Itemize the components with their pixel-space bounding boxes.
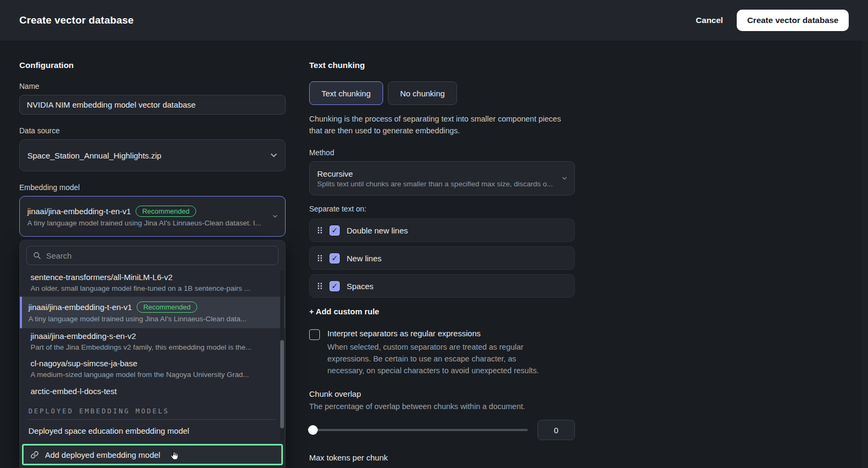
drag-handle-icon[interactable] [317, 254, 323, 262]
method-label: Method [309, 148, 575, 157]
deployed-models-section-header: DEPLOYED EMBEDDING MODELS [20, 399, 285, 419]
regex-description: When selected, custom separators are tre… [327, 341, 542, 376]
chevron-down-icon [269, 150, 279, 160]
recommended-badge: Recommended [136, 206, 196, 217]
header-actions: Cancel Create vector database [696, 10, 849, 31]
cursor-icon [168, 450, 179, 463]
add-deployed-embedding-model-button[interactable]: Add deployed embedding model [22, 444, 283, 465]
drag-handle-icon[interactable] [317, 282, 323, 290]
data-source-select[interactable]: Space_Station_Annual_Highlights.zip [19, 139, 286, 171]
method-description: Splits text until chunks are smaller tha… [317, 180, 553, 188]
model-option[interactable]: cl-nagoya/sup-simcse-ja-base A medium-si… [20, 356, 285, 383]
chunk-overlap-slider[interactable] [309, 425, 528, 435]
text-chunking-heading: Text chunking [309, 41, 575, 70]
create-vector-database-page: Create vector database Cancel Create vec… [0, 0, 868, 468]
text-chunking-column: Text chunking Text chunking No chunking … [309, 41, 575, 468]
check-icon: ✓ [332, 282, 338, 290]
embedding-model-selected: jinaai/jina-embedding-t-en-v1 Recommende… [27, 206, 196, 217]
page-header: Create vector database Cancel Create vec… [0, 0, 868, 41]
rule-checkbox[interactable]: ✓ [330, 281, 340, 291]
configuration-column: Configuration Name Data source Space_Sta… [19, 41, 286, 468]
model-option[interactable]: arctic-embed-l-docs-test [20, 383, 285, 399]
method-select[interactable]: Recursive Splits text until chunks are s… [309, 161, 575, 195]
rule-checkbox[interactable]: ✓ [330, 225, 340, 236]
chevron-down-icon [561, 175, 568, 182]
chunk-overlap-description: The percentage of overlap between chunks… [309, 401, 575, 412]
data-source-value: Space_Station_Annual_Highlights.zip [27, 151, 161, 160]
regex-label: Interpret separators as regular expressi… [327, 329, 542, 338]
tab-text-chunking[interactable]: Text chunking [309, 81, 383, 105]
chunk-overlap-input[interactable] [537, 420, 575, 440]
slider-track [309, 429, 528, 431]
dropdown-search[interactable] [26, 246, 279, 265]
chunking-description: Chunking is the process of separating te… [309, 113, 565, 137]
rule-row-double-new-lines: ✓ Double new lines [309, 218, 575, 242]
chevron-down-icon [272, 213, 279, 220]
name-input[interactable] [19, 95, 286, 115]
embedding-model-label: Embedding model [19, 183, 286, 192]
search-input[interactable] [46, 251, 272, 260]
tab-no-chunking[interactable]: No chunking [388, 81, 457, 105]
deployed-model-option[interactable]: Deployed space education embedding model [20, 420, 285, 442]
page-title: Create vector database [19, 14, 134, 26]
slider-thumb[interactable] [308, 425, 318, 435]
rule-checkbox[interactable]: ✓ [330, 253, 340, 263]
link-icon [30, 450, 39, 459]
model-option[interactable]: sentence-transformers/all-MiniLM-L6-v2 A… [20, 269, 285, 297]
data-source-label: Data source [19, 126, 286, 135]
model-option[interactable]: jinaai/jina-embedding-s-en-v2 Part of th… [20, 328, 285, 356]
rule-row-new-lines: ✓ New lines [309, 246, 575, 270]
rule-row-spaces: ✓ Spaces [309, 274, 575, 298]
separate-text-label: Separate text on: [309, 205, 575, 213]
check-icon: ✓ [332, 227, 338, 234]
chunking-mode-tabs: Text chunking No chunking [309, 81, 575, 105]
model-option-selected[interactable]: jinaai/jina-embedding-t-en-v1 Recommende… [20, 297, 285, 328]
embedding-model-value: jinaai/jina-embedding-t-en-v1 [27, 207, 131, 216]
chunk-overlap-label: Chunk overlap [309, 389, 575, 398]
add-custom-rule-button[interactable]: + Add custom rule [309, 307, 379, 316]
chunk-overlap-control [309, 420, 575, 440]
recommended-badge: Recommended [137, 301, 197, 313]
regex-option: Interpret separators as regular expressi… [309, 329, 575, 376]
name-label: Name [19, 82, 286, 90]
page-scrollbar-track[interactable] [862, 41, 868, 468]
embedding-model-dropdown: sentence-transformers/all-MiniLM-L6-v2 A… [19, 240, 286, 468]
search-icon [33, 251, 41, 260]
dropdown-scrollbar-thumb[interactable] [280, 340, 284, 428]
drag-handle-icon[interactable] [317, 227, 323, 234]
cancel-button[interactable]: Cancel [696, 16, 723, 25]
create-vector-database-button[interactable]: Create vector database [737, 10, 849, 31]
max-tokens-label: Max tokens per chunk [309, 453, 575, 462]
regex-checkbox[interactable] [309, 329, 320, 340]
method-value: Recursive [317, 169, 353, 178]
check-icon: ✓ [332, 254, 338, 262]
embedding-model-description: A tiny language model trained using Jina… [27, 219, 261, 227]
embedding-model-select[interactable]: jinaai/jina-embedding-t-en-v1 Recommende… [19, 196, 286, 237]
configuration-heading: Configuration [19, 41, 286, 70]
